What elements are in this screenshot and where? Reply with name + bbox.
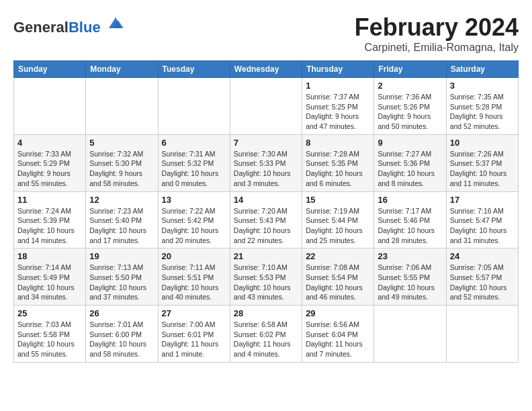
- day-number: 13: [162, 195, 226, 205]
- day-info: Sunrise: 7:36 AM Sunset: 5:26 PM Dayligh…: [378, 92, 442, 132]
- calendar-cell: 16Sunrise: 7:17 AM Sunset: 5:46 PM Dayli…: [374, 191, 446, 248]
- day-info: Sunrise: 7:26 AM Sunset: 5:37 PM Dayligh…: [450, 149, 515, 189]
- calendar-cell: 6Sunrise: 7:31 AM Sunset: 5:32 PM Daylig…: [158, 134, 230, 191]
- day-number: 10: [450, 138, 515, 148]
- day-info: Sunrise: 7:08 AM Sunset: 5:54 PM Dayligh…: [306, 263, 370, 302]
- calendar-week-4: 18Sunrise: 7:14 AM Sunset: 5:49 PM Dayli…: [14, 248, 519, 306]
- day-number: 6: [162, 138, 226, 148]
- calendar-cell: [14, 78, 86, 135]
- calendar-week-2: 4Sunrise: 7:33 AM Sunset: 5:29 PM Daylig…: [14, 134, 519, 191]
- calendar-cell: 20Sunrise: 7:11 AM Sunset: 5:51 PM Dayli…: [158, 248, 230, 306]
- day-number: 20: [162, 251, 226, 261]
- calendar-cell: 25Sunrise: 7:03 AM Sunset: 5:58 PM Dayli…: [14, 306, 86, 363]
- calendar-cell: 15Sunrise: 7:19 AM Sunset: 5:44 PM Dayli…: [302, 191, 374, 248]
- day-info: Sunrise: 7:01 AM Sunset: 6:00 PM Dayligh…: [89, 320, 154, 359]
- calendar-cell: 12Sunrise: 7:23 AM Sunset: 5:40 PM Dayli…: [86, 191, 158, 248]
- day-info: Sunrise: 6:58 AM Sunset: 6:02 PM Dayligh…: [234, 320, 298, 359]
- day-info: Sunrise: 7:10 AM Sunset: 5:53 PM Dayligh…: [234, 263, 298, 302]
- calendar-cell: [230, 78, 302, 135]
- calendar-week-1: 1Sunrise: 7:37 AM Sunset: 5:25 PM Daylig…: [14, 78, 519, 135]
- calendar-cell: 3Sunrise: 7:35 AM Sunset: 5:28 PM Daylig…: [446, 78, 518, 135]
- day-info: Sunrise: 7:14 AM Sunset: 5:49 PM Dayligh…: [17, 263, 82, 302]
- weekday-friday: Friday: [374, 61, 446, 78]
- calendar-table: SundayMondayTuesdayWednesdayThursdayFrid…: [13, 60, 519, 363]
- day-number: 8: [306, 138, 370, 148]
- location-title: Carpineti, Emilia-Romagna, Italy: [355, 42, 519, 54]
- calendar-cell: 19Sunrise: 7:13 AM Sunset: 5:50 PM Dayli…: [86, 248, 158, 306]
- day-number: 21: [234, 251, 298, 261]
- day-info: Sunrise: 7:24 AM Sunset: 5:39 PM Dayligh…: [17, 206, 82, 246]
- day-number: 5: [89, 138, 154, 148]
- day-number: 29: [306, 308, 370, 318]
- day-info: Sunrise: 7:23 AM Sunset: 5:40 PM Dayligh…: [89, 206, 154, 246]
- day-info: Sunrise: 7:05 AM Sunset: 5:57 PM Dayligh…: [450, 263, 515, 302]
- calendar-cell: 7Sunrise: 7:30 AM Sunset: 5:33 PM Daylig…: [230, 134, 302, 191]
- day-number: 24: [450, 251, 515, 261]
- calendar-cell: 10Sunrise: 7:26 AM Sunset: 5:37 PM Dayli…: [446, 134, 518, 191]
- day-number: 18: [17, 251, 82, 261]
- calendar-cell: 24Sunrise: 7:05 AM Sunset: 5:57 PM Dayli…: [446, 248, 518, 306]
- day-info: Sunrise: 7:19 AM Sunset: 5:44 PM Dayligh…: [306, 206, 370, 246]
- calendar-cell: 4Sunrise: 7:33 AM Sunset: 5:29 PM Daylig…: [14, 134, 86, 191]
- logo: GeneralBlue: [13, 13, 125, 36]
- day-number: 16: [378, 195, 442, 205]
- day-info: Sunrise: 7:06 AM Sunset: 5:55 PM Dayligh…: [378, 263, 442, 302]
- weekday-sunday: Sunday: [14, 61, 86, 78]
- logo-general-text: General: [13, 19, 69, 36]
- calendar-cell: 18Sunrise: 7:14 AM Sunset: 5:49 PM Dayli…: [14, 248, 86, 306]
- calendar-cell: 5Sunrise: 7:32 AM Sunset: 5:30 PM Daylig…: [86, 134, 158, 191]
- page-header: GeneralBlue February 2024 Carpineti, Emi…: [13, 13, 519, 54]
- day-number: 27: [162, 308, 226, 318]
- calendar-cell: 21Sunrise: 7:10 AM Sunset: 5:53 PM Dayli…: [230, 248, 302, 306]
- day-number: 19: [89, 251, 154, 261]
- day-number: 14: [234, 195, 298, 205]
- calendar-cell: [86, 78, 158, 135]
- month-title: February 2024: [355, 13, 519, 42]
- day-info: Sunrise: 7:27 AM Sunset: 5:36 PM Dayligh…: [378, 149, 442, 189]
- day-info: Sunrise: 7:35 AM Sunset: 5:28 PM Dayligh…: [450, 92, 515, 132]
- day-number: 25: [17, 308, 82, 318]
- day-number: 22: [306, 251, 370, 261]
- day-info: Sunrise: 7:33 AM Sunset: 5:29 PM Dayligh…: [17, 149, 82, 189]
- day-info: Sunrise: 7:13 AM Sunset: 5:50 PM Dayligh…: [89, 263, 154, 302]
- calendar-cell: 1Sunrise: 7:37 AM Sunset: 5:25 PM Daylig…: [302, 78, 374, 135]
- day-number: 11: [17, 195, 82, 205]
- calendar-cell: 22Sunrise: 7:08 AM Sunset: 5:54 PM Dayli…: [302, 248, 374, 306]
- calendar-cell: 23Sunrise: 7:06 AM Sunset: 5:55 PM Dayli…: [374, 248, 446, 306]
- day-number: 23: [378, 251, 442, 261]
- day-info: Sunrise: 7:28 AM Sunset: 5:35 PM Dayligh…: [306, 149, 370, 189]
- calendar-cell: 8Sunrise: 7:28 AM Sunset: 5:35 PM Daylig…: [302, 134, 374, 191]
- calendar-cell: 13Sunrise: 7:22 AM Sunset: 5:42 PM Dayli…: [158, 191, 230, 248]
- calendar-cell: [446, 306, 518, 363]
- calendar-cell: [374, 306, 446, 363]
- day-info: Sunrise: 7:31 AM Sunset: 5:32 PM Dayligh…: [162, 149, 226, 189]
- day-info: Sunrise: 7:03 AM Sunset: 5:58 PM Dayligh…: [17, 320, 82, 359]
- title-area: February 2024 Carpineti, Emilia-Romagna,…: [355, 13, 519, 54]
- day-info: Sunrise: 7:37 AM Sunset: 5:25 PM Dayligh…: [306, 92, 370, 132]
- calendar-cell: 2Sunrise: 7:36 AM Sunset: 5:26 PM Daylig…: [374, 78, 446, 135]
- weekday-monday: Monday: [86, 61, 158, 78]
- day-number: 4: [17, 138, 82, 148]
- day-number: 7: [234, 138, 298, 148]
- day-number: 17: [450, 195, 515, 205]
- day-info: Sunrise: 7:20 AM Sunset: 5:43 PM Dayligh…: [234, 206, 298, 246]
- calendar-week-5: 25Sunrise: 7:03 AM Sunset: 5:58 PM Dayli…: [14, 306, 519, 363]
- day-number: 28: [234, 308, 298, 318]
- weekday-saturday: Saturday: [446, 61, 518, 78]
- day-info: Sunrise: 7:32 AM Sunset: 5:30 PM Dayligh…: [89, 149, 154, 189]
- day-number: 1: [306, 81, 370, 91]
- calendar-cell: 28Sunrise: 6:58 AM Sunset: 6:02 PM Dayli…: [230, 306, 302, 363]
- logo-icon: [106, 13, 125, 32]
- day-info: Sunrise: 7:00 AM Sunset: 6:01 PM Dayligh…: [162, 320, 226, 359]
- calendar-cell: 17Sunrise: 7:16 AM Sunset: 5:47 PM Dayli…: [446, 191, 518, 248]
- weekday-thursday: Thursday: [302, 61, 374, 78]
- logo-blue-text: Blue: [69, 19, 101, 36]
- calendar-cell: 29Sunrise: 6:56 AM Sunset: 6:04 PM Dayli…: [302, 306, 374, 363]
- weekday-header: SundayMondayTuesdayWednesdayThursdayFrid…: [14, 61, 519, 78]
- day-info: Sunrise: 7:22 AM Sunset: 5:42 PM Dayligh…: [162, 206, 226, 246]
- day-number: 2: [378, 81, 442, 91]
- calendar-cell: 14Sunrise: 7:20 AM Sunset: 5:43 PM Dayli…: [230, 191, 302, 248]
- day-info: Sunrise: 7:30 AM Sunset: 5:33 PM Dayligh…: [234, 149, 298, 189]
- weekday-wednesday: Wednesday: [230, 61, 302, 78]
- calendar-body: 1Sunrise: 7:37 AM Sunset: 5:25 PM Daylig…: [14, 78, 519, 363]
